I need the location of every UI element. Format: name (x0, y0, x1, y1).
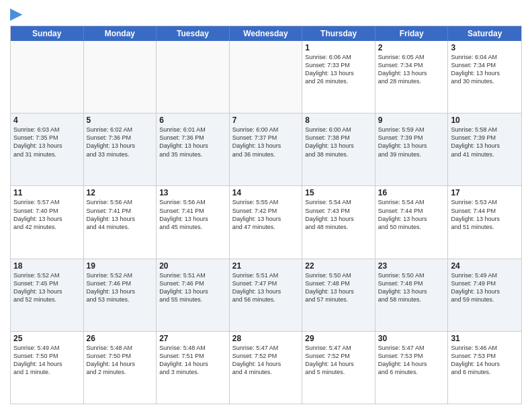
calendar-cell: 9Sunrise: 5:59 AM Sunset: 7:39 PM Daylig… (375, 113, 449, 185)
calendar-cell: 19Sunrise: 5:52 AM Sunset: 7:46 PM Dayli… (84, 259, 157, 331)
calendar-header: SundayMondayTuesdayWednesdayThursdayFrid… (11, 26, 521, 41)
day-number: 16 (378, 188, 445, 197)
header: ▶ (10, 7, 522, 21)
calendar-cell: 29Sunrise: 5:47 AM Sunset: 7:52 PM Dayli… (302, 332, 375, 404)
day-number: 4 (13, 116, 81, 125)
calendar-cell: 12Sunrise: 5:56 AM Sunset: 7:41 PM Dayli… (84, 186, 157, 258)
calendar-row: 4Sunrise: 6:03 AM Sunset: 7:35 PM Daylig… (11, 113, 521, 185)
calendar-cell: 23Sunrise: 5:50 AM Sunset: 7:48 PM Dayli… (375, 259, 449, 331)
day-info: Sunrise: 5:57 AM Sunset: 7:40 PM Dayligh… (13, 198, 81, 231)
day-number: 17 (451, 188, 519, 197)
day-info: Sunrise: 6:01 AM Sunset: 7:36 PM Dayligh… (159, 126, 226, 158)
day-number: 21 (232, 261, 300, 271)
day-number: 19 (87, 261, 154, 271)
day-number: 5 (87, 116, 154, 125)
calendar-cell: 15Sunrise: 5:54 AM Sunset: 7:43 PM Dayli… (302, 186, 375, 258)
calendar-cell: 14Sunrise: 5:55 AM Sunset: 7:42 PM Dayli… (230, 186, 303, 258)
calendar-cell: 26Sunrise: 5:48 AM Sunset: 7:50 PM Dayli… (84, 332, 157, 404)
day-number: 3 (451, 43, 519, 52)
logo-text: ▶ (10, 7, 21, 21)
day-number: 25 (13, 334, 81, 343)
day-info: Sunrise: 6:05 AM Sunset: 7:34 PM Dayligh… (378, 53, 445, 86)
calendar-cell: 6Sunrise: 6:01 AM Sunset: 7:36 PM Daylig… (157, 113, 230, 185)
calendar-cell (11, 41, 84, 113)
day-number: 12 (87, 188, 154, 197)
day-info: Sunrise: 5:56 AM Sunset: 7:41 PM Dayligh… (87, 198, 154, 231)
calendar-cell: 31Sunrise: 5:46 AM Sunset: 7:53 PM Dayli… (448, 332, 521, 404)
calendar-cell: 7Sunrise: 6:00 AM Sunset: 7:37 PM Daylig… (230, 113, 303, 185)
calendar-cell: 25Sunrise: 5:49 AM Sunset: 7:50 PM Dayli… (11, 332, 84, 404)
calendar-cell (230, 41, 303, 113)
day-info: Sunrise: 6:03 AM Sunset: 7:35 PM Dayligh… (13, 126, 81, 158)
weekday-header: Monday (84, 26, 157, 41)
calendar-cell: 20Sunrise: 5:51 AM Sunset: 7:46 PM Dayli… (157, 259, 230, 331)
day-info: Sunrise: 5:49 AM Sunset: 7:49 PM Dayligh… (451, 271, 519, 304)
logo-text-block: ▶ (10, 7, 21, 21)
calendar-cell: 10Sunrise: 5:58 AM Sunset: 7:39 PM Dayli… (448, 113, 521, 185)
day-info: Sunrise: 5:50 AM Sunset: 7:48 PM Dayligh… (305, 271, 372, 304)
day-number: 30 (378, 334, 445, 343)
day-info: Sunrise: 5:52 AM Sunset: 7:45 PM Dayligh… (13, 271, 81, 304)
weekday-header: Saturday (448, 26, 521, 41)
calendar-row: 25Sunrise: 5:49 AM Sunset: 7:50 PM Dayli… (11, 331, 521, 404)
day-number: 10 (451, 116, 519, 125)
weekday-header: Wednesday (230, 26, 303, 41)
day-info: Sunrise: 5:58 AM Sunset: 7:39 PM Dayligh… (451, 126, 519, 158)
day-info: Sunrise: 6:04 AM Sunset: 7:34 PM Dayligh… (451, 53, 519, 86)
day-number: 27 (159, 334, 226, 343)
day-info: Sunrise: 5:54 AM Sunset: 7:43 PM Dayligh… (305, 198, 372, 231)
day-info: Sunrise: 6:02 AM Sunset: 7:36 PM Dayligh… (87, 126, 154, 158)
day-number: 9 (378, 116, 445, 125)
day-number: 28 (232, 334, 300, 343)
day-info: Sunrise: 5:47 AM Sunset: 7:53 PM Dayligh… (378, 344, 445, 377)
weekday-header: Sunday (11, 26, 84, 41)
day-info: Sunrise: 5:55 AM Sunset: 7:42 PM Dayligh… (232, 198, 300, 231)
calendar-row: 18Sunrise: 5:52 AM Sunset: 7:45 PM Dayli… (11, 259, 521, 331)
day-info: Sunrise: 5:56 AM Sunset: 7:41 PM Dayligh… (159, 198, 226, 231)
day-info: Sunrise: 5:53 AM Sunset: 7:44 PM Dayligh… (451, 198, 519, 231)
day-number: 31 (451, 334, 519, 343)
day-number: 11 (13, 188, 81, 197)
calendar-cell: 28Sunrise: 5:47 AM Sunset: 7:52 PM Dayli… (230, 332, 303, 404)
day-number: 7 (232, 116, 300, 125)
calendar-cell: 24Sunrise: 5:49 AM Sunset: 7:49 PM Dayli… (448, 259, 521, 331)
calendar-cell (157, 41, 230, 113)
day-info: Sunrise: 5:48 AM Sunset: 7:50 PM Dayligh… (87, 344, 154, 377)
calendar-row: 1Sunrise: 6:06 AM Sunset: 7:33 PM Daylig… (11, 41, 521, 113)
calendar-cell: 17Sunrise: 5:53 AM Sunset: 7:44 PM Dayli… (448, 186, 521, 258)
day-info: Sunrise: 5:48 AM Sunset: 7:51 PM Dayligh… (159, 344, 226, 377)
calendar-cell: 4Sunrise: 6:03 AM Sunset: 7:35 PM Daylig… (11, 113, 84, 185)
day-number: 24 (451, 261, 519, 271)
calendar-cell: 11Sunrise: 5:57 AM Sunset: 7:40 PM Dayli… (11, 186, 84, 258)
day-info: Sunrise: 5:52 AM Sunset: 7:46 PM Dayligh… (87, 271, 154, 304)
calendar-cell: 13Sunrise: 5:56 AM Sunset: 7:41 PM Dayli… (157, 186, 230, 258)
calendar-cell: 21Sunrise: 5:51 AM Sunset: 7:47 PM Dayli… (230, 259, 303, 331)
day-info: Sunrise: 5:50 AM Sunset: 7:48 PM Dayligh… (378, 271, 445, 304)
calendar-cell (84, 41, 157, 113)
calendar-cell: 30Sunrise: 5:47 AM Sunset: 7:53 PM Dayli… (375, 332, 449, 404)
calendar-cell: 1Sunrise: 6:06 AM Sunset: 7:33 PM Daylig… (302, 41, 375, 113)
day-info: Sunrise: 6:00 AM Sunset: 7:38 PM Dayligh… (305, 126, 372, 158)
weekday-header: Friday (375, 26, 449, 41)
day-number: 22 (305, 261, 372, 271)
calendar-row: 11Sunrise: 5:57 AM Sunset: 7:40 PM Dayli… (11, 185, 521, 258)
calendar-cell: 16Sunrise: 5:54 AM Sunset: 7:44 PM Dayli… (375, 186, 449, 258)
day-number: 1 (305, 43, 372, 52)
day-number: 20 (159, 261, 226, 271)
calendar-body: 1Sunrise: 6:06 AM Sunset: 7:33 PM Daylig… (11, 41, 521, 404)
day-number: 14 (232, 188, 300, 197)
page: ▶ SundayMondayTuesdayWednesdayThursdayFr… (0, 0, 532, 411)
logo: ▶ (10, 7, 21, 21)
day-number: 26 (87, 334, 154, 343)
day-number: 18 (13, 261, 81, 271)
calendar-cell: 27Sunrise: 5:48 AM Sunset: 7:51 PM Dayli… (157, 332, 230, 404)
weekday-header: Thursday (302, 26, 375, 41)
day-info: Sunrise: 6:06 AM Sunset: 7:33 PM Dayligh… (305, 53, 372, 86)
calendar-cell: 2Sunrise: 6:05 AM Sunset: 7:34 PM Daylig… (375, 41, 449, 113)
calendar-cell: 3Sunrise: 6:04 AM Sunset: 7:34 PM Daylig… (448, 41, 521, 113)
day-info: Sunrise: 5:54 AM Sunset: 7:44 PM Dayligh… (378, 198, 445, 231)
day-info: Sunrise: 5:47 AM Sunset: 7:52 PM Dayligh… (232, 344, 300, 377)
day-number: 8 (305, 116, 372, 125)
calendar-cell: 22Sunrise: 5:50 AM Sunset: 7:48 PM Dayli… (302, 259, 375, 331)
calendar: SundayMondayTuesdayWednesdayThursdayFrid… (10, 26, 522, 404)
